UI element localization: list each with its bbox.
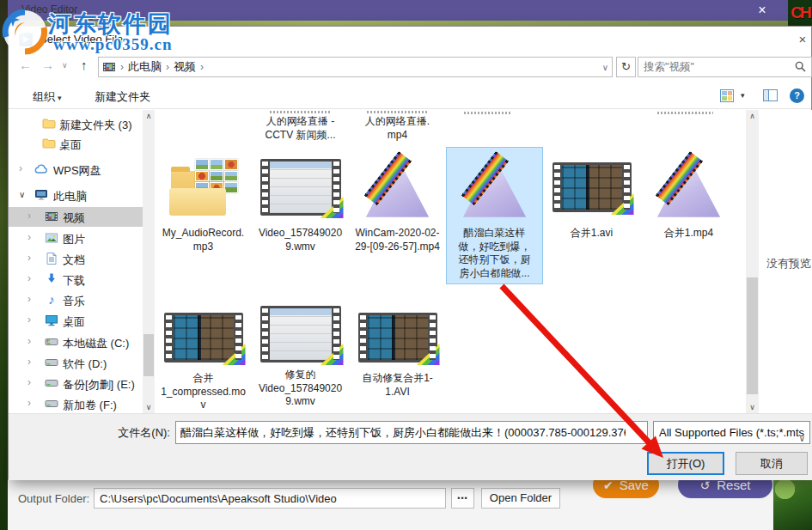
chevron-right-icon[interactable]: › bbox=[27, 397, 31, 409]
cancel-button[interactable]: 取消 bbox=[736, 452, 808, 475]
sidebar-item-desktop[interactable]: › 桌面 bbox=[9, 311, 143, 331]
sidebar-item-documents[interactable]: › 文档 bbox=[9, 249, 143, 269]
system-drive-icon bbox=[45, 335, 58, 349]
help-icon[interactable]: ? bbox=[790, 88, 804, 103]
clipped-text-strip bbox=[464, 112, 511, 114]
music-icon: ♪ bbox=[45, 293, 58, 307]
new-folder-button[interactable]: 新建文件夹 bbox=[95, 89, 150, 105]
file-item[interactable]: WinCam-2020-02-29-[09-26-57].mp4 bbox=[349, 148, 446, 257]
file-item-partial[interactable]: 人的网络直播. mp4 bbox=[349, 110, 446, 142]
file-item[interactable]: 修复的Video_1578490209.wmv bbox=[252, 300, 349, 412]
file-item[interactable]: 合并1.avi bbox=[543, 148, 640, 244]
address-bar: ← → ∨ ↑ › 此电脑 › 视频 › ∨ ↻ bbox=[9, 54, 811, 80]
crumb-separator: › bbox=[166, 61, 169, 73]
sidebar-item-wps-cloud[interactable]: › WPS网盘 bbox=[9, 160, 143, 180]
sidebar-item-label: 新建文件夹 (3) bbox=[59, 118, 132, 133]
scroll-down-icon[interactable]: ∨ bbox=[746, 403, 759, 411]
chevron-right-icon[interactable]: › bbox=[27, 252, 31, 264]
up-icon[interactable]: ↑ bbox=[81, 58, 88, 72]
sidebar-item-desktop-folder[interactable]: 桌面 bbox=[9, 134, 143, 154]
scroll-up-icon[interactable]: ∧ bbox=[746, 112, 759, 120]
file-item[interactable]: 自动修复合并1-1.AVI bbox=[349, 303, 446, 402]
file-name: WinCam-2020-02-29-[09-26-57].mp4 bbox=[349, 225, 446, 253]
organize-menu[interactable]: 组织▾ bbox=[33, 89, 62, 105]
file-item-partial[interactable]: 人的网络直播 - CCTV 新闻频... bbox=[252, 110, 349, 142]
scroll-up-icon[interactable]: ∧ bbox=[143, 112, 155, 120]
sidebar-item-drive-f[interactable]: › 新加卷 (F:) bbox=[9, 394, 143, 413]
sidebar-item-drive-e[interactable]: › 备份[勿删] (E:) bbox=[9, 374, 143, 393]
chevron-down-icon[interactable]: ∨ bbox=[19, 190, 25, 199]
sidebar-item-label: 下载 bbox=[63, 273, 85, 289]
file-item-selected[interactable]: 醋溜白菜这样做，好吃到爆，还特别下饭，厨房小白都能做... bbox=[446, 147, 543, 284]
chevron-right-icon[interactable]: › bbox=[27, 210, 31, 222]
open-button[interactable]: 打开(O) bbox=[647, 452, 724, 475]
desktop-wallpaper-strip bbox=[0, 0, 8, 530]
file-item[interactable]: 合并1_compressed.mov bbox=[155, 303, 252, 413]
view-mode-caret-icon[interactable]: ▾ bbox=[741, 91, 745, 100]
breadcrumb[interactable]: › 此电脑 › 视频 › ∨ bbox=[98, 57, 613, 77]
chevron-right-icon[interactable]: › bbox=[19, 162, 22, 174]
refresh-icon[interactable]: ↻ bbox=[616, 57, 636, 77]
chevron-right-icon[interactable]: › bbox=[27, 376, 31, 388]
cloud-icon bbox=[34, 162, 48, 176]
sidebar-item-music[interactable]: › ♪ 音乐 bbox=[9, 290, 143, 310]
sidebar-item-new-folder[interactable]: 新建文件夹 (3) bbox=[9, 114, 143, 134]
file-list-scrollbar[interactable]: ∧ ∨ bbox=[746, 110, 759, 413]
chevron-right-icon[interactable]: › bbox=[27, 314, 31, 326]
view-mode-icon[interactable] bbox=[720, 89, 734, 102]
chevron-down-icon[interactable]: ∨ bbox=[637, 428, 643, 437]
back-icon[interactable]: ← bbox=[19, 58, 32, 72]
file-item[interactable]: My_AudioRecord.mp3 bbox=[155, 148, 252, 257]
crumb-separator: › bbox=[200, 61, 204, 73]
preview-pane-icon[interactable] bbox=[763, 89, 778, 101]
dialog-close-icon[interactable]: × bbox=[794, 31, 811, 48]
sidebar-item-drive-c[interactable]: › 本地磁盘 (C:) bbox=[9, 332, 143, 352]
filetype-select[interactable]: All Supported Files (*.ts;*.mts ∨ bbox=[653, 421, 810, 444]
browse-button[interactable]: ••• bbox=[451, 488, 474, 509]
scrollbar-thumb[interactable] bbox=[143, 334, 154, 376]
output-folder-input[interactable] bbox=[94, 488, 446, 509]
select-video-file-dialog: Select Video File × ← → ∨ ↑ › 此电脑 › 视频 ›… bbox=[8, 26, 812, 479]
chevron-right-icon[interactable]: › bbox=[27, 356, 31, 368]
sidebar-item-downloads[interactable]: › 下载 bbox=[9, 270, 143, 289]
sidebar-scrollbar[interactable]: ∧ ∨ bbox=[143, 110, 155, 413]
crumb-separator: › bbox=[120, 61, 124, 73]
filetype-value: All Supported Files (*.ts;*.mts bbox=[659, 426, 804, 439]
file-name: CCTV 新闻频... bbox=[252, 129, 349, 143]
sidebar-item-videos[interactable]: › 视频 bbox=[9, 207, 143, 227]
file-list: 人的网络直播 - CCTV 新闻频... 人的网络直播. mp4 bbox=[155, 110, 746, 413]
open-folder-button[interactable]: Open Folder bbox=[481, 488, 560, 509]
search-box bbox=[638, 57, 812, 77]
folder-video-icon bbox=[102, 60, 116, 74]
breadcrumb-this-pc[interactable]: 此电脑 bbox=[128, 59, 162, 75]
screen: CH Video Editor × Output Folder: ••• Ope… bbox=[0, 0, 812, 530]
chevron-right-icon[interactable]: › bbox=[27, 335, 31, 347]
filename-input[interactable] bbox=[176, 422, 630, 443]
chevron-right-icon[interactable]: › bbox=[27, 231, 31, 243]
scrollbar-thumb[interactable] bbox=[747, 277, 758, 394]
sidebar-item-drive-d[interactable]: › 软件 (D:) bbox=[9, 353, 143, 373]
video-filmstrip-icon bbox=[260, 306, 341, 362]
address-dropdown-icon[interactable]: ∨ bbox=[602, 63, 608, 72]
downloads-icon bbox=[45, 272, 58, 286]
computer-icon bbox=[34, 188, 48, 202]
file-item[interactable]: Video_1578490209.wmv bbox=[252, 148, 349, 257]
search-input[interactable] bbox=[638, 58, 790, 76]
scroll-down-icon[interactable]: ∨ bbox=[143, 403, 155, 411]
forward-icon[interactable]: → bbox=[41, 58, 54, 72]
breadcrumb-videos[interactable]: 视频 bbox=[174, 59, 196, 75]
file-name: 人的网络直播. bbox=[349, 115, 446, 129]
folder-icon bbox=[42, 137, 56, 150]
search-icon[interactable] bbox=[795, 61, 806, 72]
sidebar-item-pictures[interactable]: › 图片 bbox=[9, 228, 143, 248]
desktop-app-icon[interactable]: CH bbox=[788, 0, 812, 26]
history-dropdown-icon[interactable]: ∨ bbox=[62, 61, 68, 70]
sidebar-item-this-pc[interactable]: ∨ 此电脑 bbox=[9, 186, 143, 205]
chevron-right-icon[interactable]: › bbox=[27, 272, 31, 284]
app-close-icon[interactable]: × bbox=[749, 1, 775, 20]
file-item[interactable]: 合并1.mp4 bbox=[640, 148, 737, 244]
chevron-right-icon[interactable]: › bbox=[27, 293, 31, 305]
sidebar-item-label: WPS网盘 bbox=[53, 163, 101, 179]
desktop-icon bbox=[45, 314, 58, 327]
file-name: 醋溜白菜这样做，好吃到爆，还特别下饭，厨房小白都能做... bbox=[452, 225, 538, 280]
